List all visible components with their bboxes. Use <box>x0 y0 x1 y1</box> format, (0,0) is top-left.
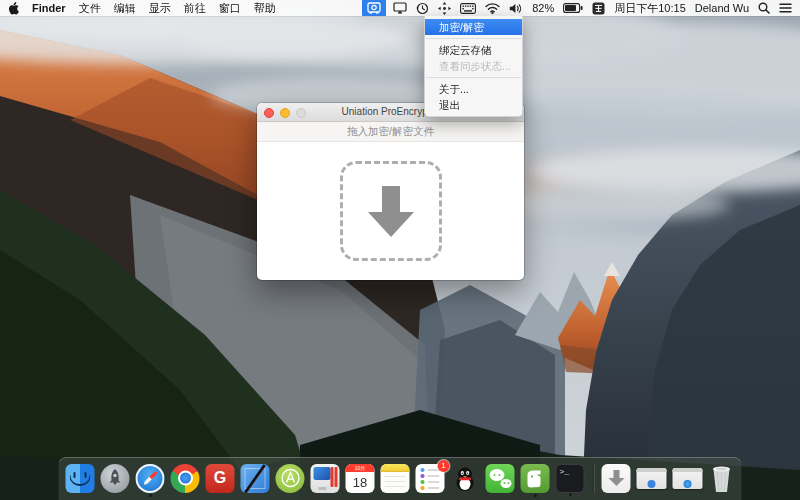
download-arrow-icon <box>368 186 414 237</box>
trash-icon <box>710 465 734 493</box>
tray-menu-view-sync-status: 查看同步状态... <box>425 58 522 74</box>
menu-bar: Finder 文件 编辑 显示 前往 窗口 帮助 <box>0 0 800 16</box>
menu-view[interactable]: 显示 <box>149 0 171 16</box>
notification-center-icon[interactable] <box>779 0 792 16</box>
rocket-icon <box>101 464 130 493</box>
dock-item-trash[interactable] <box>709 464 735 493</box>
wifi-icon[interactable] <box>485 0 500 16</box>
window-content <box>257 142 524 280</box>
menu-window[interactable]: 窗口 <box>219 0 241 16</box>
menu-app-name[interactable]: Finder <box>32 0 66 16</box>
compass-a-icon <box>280 468 300 488</box>
tray-menu-bind-cloud-storage[interactable]: 绑定云存储 <box>425 42 522 58</box>
safari-badge-icon <box>684 480 692 488</box>
menu-separator <box>426 77 521 78</box>
dock-item-proencryptor[interactable] <box>602 464 631 493</box>
safe-icon <box>367 2 381 14</box>
dock-item-wechat[interactable] <box>486 464 515 493</box>
tray-menu-about[interactable]: 关于... <box>425 81 522 97</box>
running-indicator <box>534 494 537 497</box>
file-drop-zone[interactable] <box>340 161 442 261</box>
user-menu[interactable]: Deland Wu <box>695 2 749 14</box>
elephant-icon <box>521 464 550 493</box>
dock-item-safari[interactable] <box>136 464 165 493</box>
tray-dropdown-menu: 加密/解密 绑定云存储 查看同步状态... 关于... 退出 <box>424 16 523 117</box>
dock-item-g-app[interactable]: G <box>206 464 235 493</box>
window-subtitle-bar: 拖入加密/解密文件 <box>257 122 524 142</box>
battery-icon[interactable] <box>563 0 583 16</box>
dock: G 10月 18 1 <box>59 457 742 500</box>
dock-item-parallels-desktop[interactable] <box>311 464 340 493</box>
dock-item-reminders[interactable]: 1 <box>416 464 445 493</box>
dock-item-design-app[interactable] <box>241 464 270 493</box>
reminders-badge: 1 <box>438 460 450 472</box>
volume-icon[interactable] <box>509 0 523 16</box>
proencryptor-window: Uniation ProEncryptor 拖入加密/解密文件 <box>257 103 524 280</box>
close-button[interactable] <box>264 108 274 118</box>
dock-item-chrome[interactable] <box>171 464 200 493</box>
battery-percent: 82% <box>532 2 554 14</box>
terminal-prompt-glyph: >_ <box>560 467 570 476</box>
input-method-icon[interactable] <box>592 0 605 16</box>
menu-file[interactable]: 文件 <box>79 0 101 16</box>
dock-minimized-window-2[interactable] <box>673 468 703 489</box>
keyboard-icon[interactable] <box>460 0 476 16</box>
menu-help[interactable]: 帮助 <box>254 0 276 16</box>
dock-item-android-studio[interactable] <box>276 464 305 493</box>
tray-menu-encrypt-decrypt[interactable]: 加密/解密 <box>425 19 522 35</box>
dock-item-launchpad[interactable] <box>101 464 130 493</box>
menu-separator <box>426 38 521 39</box>
tray-menu-quit[interactable]: 退出 <box>425 97 522 113</box>
dock-item-evernote[interactable] <box>521 464 550 493</box>
move-arrows-icon[interactable] <box>438 0 451 16</box>
dock-item-terminal[interactable]: >_ <box>556 464 585 493</box>
apple-menu[interactable] <box>8 0 19 16</box>
minimize-button[interactable] <box>280 108 290 118</box>
dock-item-qq[interactable] <box>451 464 480 493</box>
chat-bubble-icon <box>501 479 512 488</box>
window-app-badge <box>648 480 656 488</box>
dock-item-finder[interactable] <box>66 464 95 493</box>
apple-logo-icon <box>8 2 19 15</box>
download-arrow-icon <box>608 478 624 486</box>
spotlight-search-icon[interactable] <box>758 0 770 16</box>
proencryptor-tray-icon[interactable] <box>362 0 386 16</box>
g-app-letter: G <box>214 469 226 487</box>
dock-item-notes[interactable] <box>381 464 410 493</box>
airplay-display-icon[interactable] <box>393 0 407 16</box>
calendar-month-label: 10月 <box>346 464 375 472</box>
dock-item-calendar[interactable]: 10月 18 <box>346 464 375 493</box>
menu-go[interactable]: 前往 <box>184 0 206 16</box>
calendar-day-label: 18 <box>346 472 375 493</box>
dock-separator <box>593 463 594 493</box>
zoom-button-disabled <box>296 108 306 118</box>
running-indicator <box>149 494 152 497</box>
drop-hint-label: 拖入加密/解密文件 <box>347 125 434 139</box>
time-machine-icon[interactable] <box>416 0 429 16</box>
menu-clock[interactable]: 周日下午10:15 <box>614 1 686 16</box>
qq-penguin-icon <box>451 464 480 493</box>
menu-edit[interactable]: 编辑 <box>114 0 136 16</box>
dock-minimized-window-1[interactable] <box>637 468 667 489</box>
running-indicator <box>569 493 572 496</box>
